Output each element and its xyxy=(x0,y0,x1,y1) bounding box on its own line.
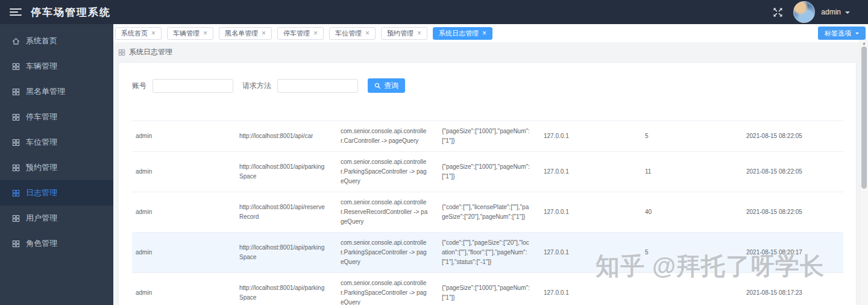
table-row[interactable]: admin http://localhost:8001/api/parkingS… xyxy=(132,273,843,305)
cell-request-params: {"pageSize":["1000"],"pageNum":["1"]} xyxy=(438,273,540,305)
column-header xyxy=(337,108,438,121)
cell-request-url: http://localhost:8001/api/parkingSpace xyxy=(236,233,337,273)
tab-label: 车辆管理 xyxy=(173,29,200,38)
sidebar-item-label: 车位管理 xyxy=(26,137,57,148)
topbar: 停车场管理系统 admin xyxy=(0,0,868,24)
username[interactable]: admin xyxy=(821,8,841,16)
sidebar-item[interactable]: 黑名单管理 xyxy=(0,79,113,104)
cell-request-method: com.senior.console.api.controller.CarCon… xyxy=(337,121,438,152)
cell-request-method: com.senior.console.api.controller.Parkin… xyxy=(337,152,438,192)
tab-label: 车位管理 xyxy=(335,29,362,38)
cell-created-time: 2021-08-15 08:20:17 xyxy=(743,233,843,273)
sidebar-item[interactable]: 车位管理 xyxy=(0,130,113,155)
chevron-down-icon[interactable] xyxy=(845,11,850,16)
log-table: admin http://localhost:8001/api/car com.… xyxy=(132,108,843,305)
fullscreen-icon[interactable] xyxy=(772,7,784,18)
cell-request-params: {"code":[""],"licensePlate":[""],"pageSi… xyxy=(438,192,540,233)
grid-icon xyxy=(118,49,125,56)
sidebar-item[interactable]: 停车管理 xyxy=(0,104,113,130)
tab[interactable]: 预约管理 × xyxy=(381,27,427,40)
cell-request-ip: 127.0.0.1 xyxy=(540,121,641,152)
sidebar-item[interactable]: 预约管理 xyxy=(0,155,113,180)
table-header-row xyxy=(132,108,843,121)
account-label: 账号 xyxy=(132,81,146,91)
menu-toggle-icon[interactable] xyxy=(10,7,22,17)
table-row[interactable]: admin http://localhost:8001/api/car com.… xyxy=(132,121,843,152)
chevron-down-icon xyxy=(855,33,859,36)
app-title: 停车场管理系统 xyxy=(31,5,111,19)
tag-options-label: 标签选项 xyxy=(825,29,851,38)
close-icon[interactable]: × xyxy=(151,30,156,37)
grid-icon xyxy=(12,88,20,96)
sidebar-item[interactable]: 角色管理 xyxy=(0,231,113,256)
method-input[interactable] xyxy=(277,79,358,93)
table-row[interactable]: admin http://localhost:8001/api/reserveR… xyxy=(132,192,843,233)
tab[interactable]: 停车管理 × xyxy=(277,27,324,40)
sidebar-item-label: 日志管理 xyxy=(26,187,57,198)
sidebar-item-label: 用户管理 xyxy=(26,213,57,224)
close-icon[interactable]: × xyxy=(365,30,370,37)
sidebar-item[interactable]: 日志管理 xyxy=(0,180,113,206)
cell-request-url: http://localhost:8001/api/car xyxy=(236,121,337,152)
avatar[interactable] xyxy=(793,1,815,23)
cell-created-time: 2021-08-15 08:22:05 xyxy=(743,192,843,233)
breadcrumb: 系统日志管理 xyxy=(113,42,868,62)
cell-request-params: {"code":[""],"pageSize":["20"],"location… xyxy=(438,233,540,273)
sidebar-item-label: 停车管理 xyxy=(26,112,57,122)
column-header xyxy=(236,108,337,121)
sidebar-item-label: 角色管理 xyxy=(26,238,57,249)
cell-duration: 11 xyxy=(641,152,743,192)
grid-icon xyxy=(12,189,20,197)
grid-icon xyxy=(12,113,20,121)
grid-icon xyxy=(12,63,20,71)
table-row[interactable]: admin http://localhost:8001/api/parkingS… xyxy=(132,152,843,192)
cell-request-ip: 127.0.0.1 xyxy=(540,192,641,233)
home-icon xyxy=(12,37,20,45)
close-icon[interactable]: × xyxy=(203,30,207,37)
scrollbar-thumb[interactable] xyxy=(861,46,867,189)
cell-duration: 5 xyxy=(641,233,743,273)
column-header xyxy=(132,108,236,121)
sidebar-item[interactable]: 用户管理 xyxy=(0,206,113,231)
cell-created-time: 2021-08-15 08:22:05 xyxy=(743,121,843,152)
table-row[interactable]: admin http://localhost:8001/api/parkingS… xyxy=(132,233,843,273)
close-icon[interactable]: × xyxy=(262,30,266,37)
tab[interactable]: 车位管理 × xyxy=(329,27,376,40)
close-icon[interactable]: × xyxy=(482,30,486,37)
tab[interactable]: 车辆管理 × xyxy=(167,27,213,40)
cell-request-params: {"pageSize":["1000"],"pageNum":["1"]} xyxy=(438,121,540,152)
sidebar-item-label: 系统首页 xyxy=(26,36,57,46)
query-button-label: 查询 xyxy=(384,81,398,91)
sidebar-item[interactable]: 系统首页 xyxy=(0,28,113,54)
cell-account: admin xyxy=(132,233,236,273)
cell-request-method: com.senior.console.api.controller.Parkin… xyxy=(337,233,438,273)
cell-created-time: 2021-08-15 08:17:23 xyxy=(743,273,843,305)
column-header xyxy=(641,108,743,121)
cell-request-method: com.senior.console.api.controller.Parkin… xyxy=(337,273,438,305)
content-card: 账号 请求方法 查询 xyxy=(118,62,857,305)
cell-account: admin xyxy=(132,192,236,233)
close-icon[interactable]: × xyxy=(417,30,421,37)
sidebar-item-label: 预约管理 xyxy=(26,162,57,173)
page-title: 系统日志管理 xyxy=(129,47,172,57)
tab[interactable]: 黑名单管理 × xyxy=(219,27,272,40)
tab[interactable]: 系统日志管理 × xyxy=(433,27,492,40)
sidebar-item[interactable]: 车辆管理 xyxy=(0,54,113,79)
scrollbar[interactable]: ▲ xyxy=(860,40,868,305)
sidebar: 系统首页 车辆管理 黑名单管理 停车管理 车位管理 预约管理 日志管理 xyxy=(0,24,113,305)
method-label: 请求方法 xyxy=(242,81,271,91)
cell-request-ip: 127.0.0.1 xyxy=(540,273,641,305)
query-button[interactable]: 查询 xyxy=(368,78,405,93)
tag-options-button[interactable]: 标签选项 xyxy=(818,27,866,40)
tab[interactable]: 系统首页 × xyxy=(115,27,162,40)
close-icon[interactable]: × xyxy=(313,30,318,37)
cell-request-url: http://localhost:8001/api/parkingSpace xyxy=(236,273,337,305)
main-content: 系统首页 × 车辆管理 × 黑名单管理 × 停车管理 × 车位管理 × 预约管理… xyxy=(113,24,868,305)
grid-icon xyxy=(12,215,20,222)
topbar-right: admin xyxy=(772,1,850,23)
account-input[interactable] xyxy=(153,79,233,93)
scroll-up-arrow[interactable]: ▲ xyxy=(860,40,868,46)
cell-request-params: {"pageSize":["1000"],"pageNum":["1"]} xyxy=(438,152,540,192)
tab-list: 系统首页 × 车辆管理 × 黑名单管理 × 停车管理 × 车位管理 × 预约管理… xyxy=(115,27,498,40)
cell-account: admin xyxy=(132,121,236,152)
